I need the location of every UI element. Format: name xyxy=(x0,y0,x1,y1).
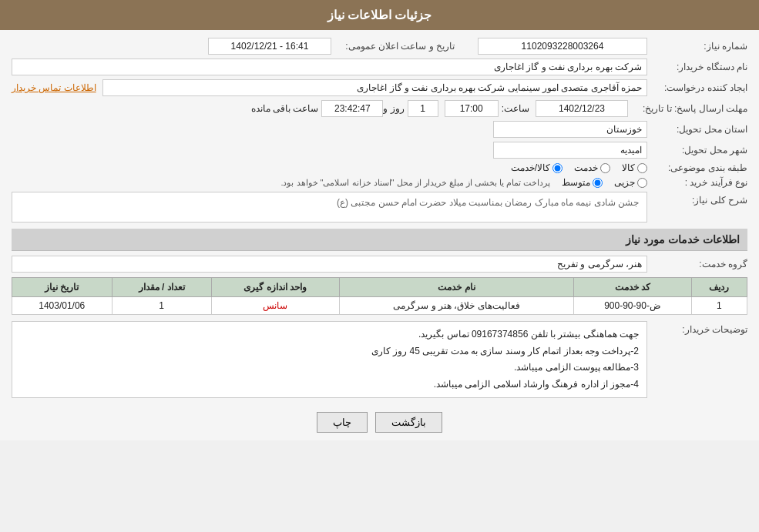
nam-dastgah-value: شرکت بهره برداری نفت و گاز اغاجاری xyxy=(12,59,647,75)
hour-label: ساعت: xyxy=(502,103,529,114)
etelaat-link[interactable]: اطلاعات تماس خریدار xyxy=(12,82,96,93)
tosihaat-label: توضیحات خریدار: xyxy=(647,321,747,335)
tarikho-saat-label: تاریخ و ساعت اعلان عمومی: xyxy=(331,41,455,52)
motevaset-option: متوسط xyxy=(562,177,603,188)
table-row: 1 ض-90-90-900 فعالیت‌های خلاق، هنر و سرگ… xyxy=(12,297,747,315)
ijad-konande-value: حمزه آقاجری متصدی امور سینمایی شرکت بهره… xyxy=(102,79,647,96)
col-tarikh: تاریخ نیاز xyxy=(12,278,113,297)
jozii-label: جزیی xyxy=(614,177,635,188)
pardakht-text: پرداخت تمام یا بخشی از مبلغ خریدار از مح… xyxy=(280,178,550,188)
khedmat-label: خدمت xyxy=(574,162,598,173)
roz-value: 1 xyxy=(408,100,438,117)
cell-tarikh: 1403/01/06 xyxy=(12,297,113,315)
navoe-radio-group: جزیی متوسط xyxy=(562,177,647,188)
ostan-value: خوزستان xyxy=(493,121,647,138)
ostan-label: استان محل تحویل: xyxy=(647,124,747,135)
grooh-value: هنر، سرگرمی و تفریح xyxy=(12,256,647,273)
col-tedad: تعداد / مقدار xyxy=(112,278,211,297)
col-name: نام خدمت xyxy=(339,278,574,297)
shomara-niaz-label: شماره نیاز: xyxy=(647,41,747,52)
col-vahed: واحد اندازه گیری xyxy=(211,278,339,297)
print-button[interactable]: چاپ xyxy=(317,412,368,433)
hour-value: 17:00 xyxy=(445,100,499,117)
date-value: 1402/12/23 xyxy=(536,100,628,117)
kala-khedmat-label: کالا/خدمت xyxy=(511,162,550,173)
roz-label: روز و xyxy=(383,103,404,114)
kala-option: کالا xyxy=(622,162,647,173)
cell-tedad: 1 xyxy=(112,297,211,315)
col-radif: ردیف xyxy=(691,278,747,297)
mohlat-label: مهلت ارسال پاسخ: تا تاریخ: xyxy=(628,103,747,114)
services-table: ردیف کد خدمت نام خدمت واحد اندازه گیری ت… xyxy=(12,277,747,315)
kala-khedmat-option: کالا/خدمت xyxy=(511,162,563,173)
shahr-label: شهر محل تحویل: xyxy=(647,145,747,156)
tosihaat-value: جهت هماهنگی بیشتر با تلفن 09167374856 تم… xyxy=(12,321,647,398)
ijad-konande-label: ایجاد کننده درخواست: xyxy=(647,82,747,93)
motevaset-radio[interactable] xyxy=(593,178,603,188)
sharh-value: جشن شادی نیمه ماه مبارک رمضان بمناسبت می… xyxy=(12,192,647,223)
shahr-value: امیدیه xyxy=(493,142,647,159)
tarikho-saat-value: 1402/12/21 - 16:41 xyxy=(208,38,331,55)
kala-label: کالا xyxy=(622,162,635,173)
motevaset-label: متوسط xyxy=(562,177,590,188)
shomara-niaz-value: 1102093228003264 xyxy=(478,38,647,55)
buttons-row: بازگشت چاپ xyxy=(12,412,747,433)
countdown-value: 23:42:47 xyxy=(321,100,383,117)
navoe-label: نوع فرآیند خرید : xyxy=(647,177,747,188)
khadamat-section-title: اطلاعات خدمات مورد نیاز xyxy=(12,229,747,251)
cell-kod: ض-90-90-900 xyxy=(574,297,691,315)
cell-vahed: سانس xyxy=(211,297,339,315)
jozii-option: جزیی xyxy=(614,177,647,188)
page-title: جزئیات اطلاعات نیاز xyxy=(0,0,759,30)
nam-dastgah-label: نام دستگاه خریدار: xyxy=(647,62,747,72)
col-kod: کد خدمت xyxy=(574,278,691,297)
jozii-radio[interactable] xyxy=(637,178,647,188)
tabaqe-radio-group: کالا خدمت کالا/خدمت xyxy=(511,162,647,173)
kala-radio[interactable] xyxy=(637,163,647,173)
cell-name: فعالیت‌های خلاق، هنر و سرگرمی xyxy=(339,297,574,315)
baghimande-label: ساعت باقی مانده xyxy=(251,103,319,114)
tabaqe-label: طبقه بندی موضوعی: xyxy=(647,162,747,173)
sharh-label: شرح کلی نیاز: xyxy=(647,192,747,206)
back-button[interactable]: بازگشت xyxy=(375,412,442,433)
khedmat-radio[interactable] xyxy=(600,163,610,173)
khedmat-option: خدمت xyxy=(574,162,610,173)
cell-radif: 1 xyxy=(691,297,747,315)
kala-khedmat-radio[interactable] xyxy=(552,163,563,173)
grooh-label: گروه خدمت: xyxy=(647,259,747,269)
